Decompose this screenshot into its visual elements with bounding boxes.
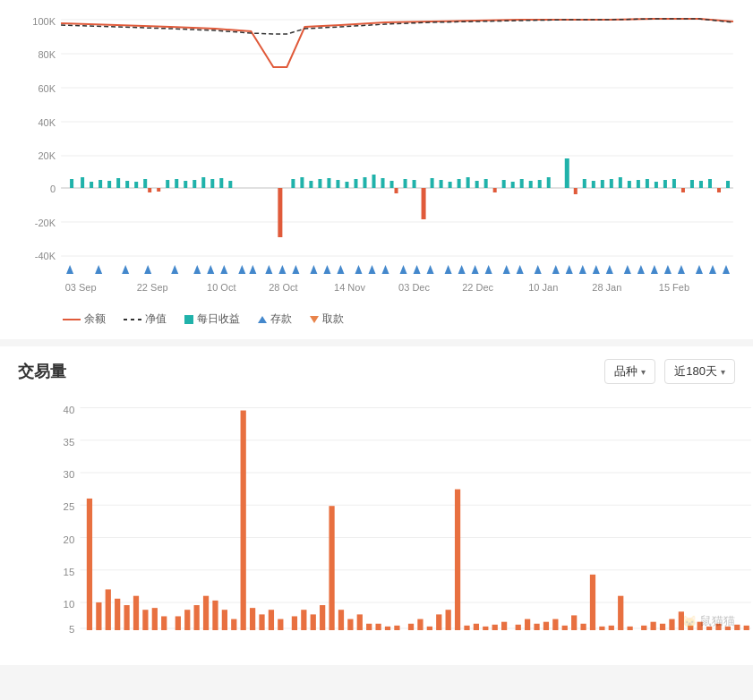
svg-marker-113 [517, 265, 524, 274]
svg-marker-86 [66, 265, 73, 274]
svg-rect-22 [116, 178, 120, 188]
svg-marker-102 [355, 265, 362, 274]
svg-rect-41 [327, 178, 330, 188]
svg-rect-188 [417, 619, 423, 630]
svg-rect-156 [106, 589, 111, 630]
svg-marker-95 [249, 265, 256, 274]
svg-rect-21 [107, 181, 111, 188]
svg-marker-87 [95, 265, 102, 274]
bottom-chart-title: 交易量 [18, 361, 66, 382]
svg-marker-111 [485, 265, 492, 274]
svg-rect-221 [734, 625, 740, 630]
svg-rect-44 [354, 179, 357, 188]
svg-marker-127 [723, 265, 730, 274]
svg-marker-103 [368, 265, 375, 274]
svg-rect-33 [210, 179, 214, 188]
legend-net-value: 净值 [124, 312, 167, 327]
svg-rect-77 [655, 182, 658, 188]
svg-rect-181 [347, 619, 353, 630]
svg-rect-43 [345, 182, 348, 188]
svg-rect-160 [142, 610, 148, 630]
svg-rect-80 [681, 188, 685, 192]
svg-rect-67 [565, 158, 569, 188]
svg-marker-88 [122, 265, 129, 274]
svg-marker-109 [458, 265, 466, 274]
svg-rect-85 [726, 181, 730, 188]
svg-marker-114 [535, 265, 542, 274]
svg-rect-173 [269, 610, 274, 630]
svg-marker-97 [278, 265, 286, 274]
svg-rect-203 [562, 626, 568, 630]
svg-rect-204 [571, 615, 577, 630]
svg-rect-171 [250, 608, 255, 630]
svg-rect-59 [484, 179, 488, 188]
svg-rect-58 [475, 181, 479, 188]
svg-rect-211 [641, 626, 646, 630]
svg-rect-202 [552, 619, 558, 630]
svg-rect-174 [278, 619, 283, 630]
svg-rect-31 [193, 180, 196, 188]
svg-rect-81 [690, 180, 694, 188]
svg-text:10 Oct: 10 Oct [207, 282, 235, 293]
svg-rect-170 [241, 411, 246, 630]
svg-rect-40 [318, 179, 321, 188]
svg-rect-185 [385, 627, 390, 630]
svg-rect-190 [436, 614, 441, 630]
legend-deposit: 存款 [258, 312, 292, 327]
svg-rect-178 [320, 605, 325, 630]
svg-rect-166 [203, 596, 209, 630]
svg-rect-192 [455, 490, 460, 630]
svg-rect-205 [580, 624, 586, 630]
svg-marker-125 [696, 265, 703, 274]
svg-rect-191 [446, 610, 451, 630]
svg-text:22 Dec: 22 Dec [462, 282, 493, 293]
svg-marker-120 [624, 265, 631, 274]
svg-marker-93 [220, 265, 227, 274]
svg-text:28 Oct: 28 Oct [269, 282, 297, 293]
svg-rect-199 [525, 619, 530, 630]
svg-marker-101 [337, 265, 344, 274]
svg-rect-193 [464, 626, 469, 630]
svg-marker-89 [144, 265, 151, 274]
period-filter-btn[interactable]: 近180天 [664, 359, 735, 384]
svg-rect-17 [70, 179, 73, 188]
svg-rect-155 [96, 602, 101, 630]
svg-marker-115 [552, 265, 560, 274]
svg-rect-53 [431, 178, 434, 188]
svg-rect-222 [744, 626, 749, 630]
svg-rect-175 [292, 616, 297, 630]
svg-rect-169 [231, 619, 236, 630]
svg-text:40K: 40K [38, 117, 56, 128]
svg-text:25: 25 [64, 501, 75, 512]
svg-rect-55 [449, 182, 452, 188]
svg-rect-74 [628, 181, 631, 188]
svg-marker-91 [193, 265, 201, 274]
svg-rect-180 [338, 610, 344, 630]
svg-rect-49 [395, 188, 398, 193]
page-container: 100K 80K 60K 40K 20K 0 -20K -40K [0, 0, 753, 700]
svg-rect-167 [212, 601, 218, 630]
svg-text:03 Dec: 03 Dec [398, 282, 430, 293]
watermark-icon: 🐱 [682, 615, 697, 628]
svg-text:60K: 60K [38, 83, 56, 94]
svg-rect-84 [717, 188, 721, 192]
svg-rect-198 [516, 625, 521, 630]
svg-marker-108 [445, 265, 452, 274]
svg-text:15: 15 [64, 567, 75, 577]
svg-text:35: 35 [64, 437, 75, 448]
svg-rect-34 [219, 178, 223, 188]
svg-marker-110 [472, 265, 479, 274]
svg-rect-60 [493, 188, 497, 192]
top-chart-area: 100K 80K 60K 40K 20K 0 -20K -40K [9, 9, 735, 304]
svg-rect-165 [194, 605, 200, 630]
svg-text:22 Sep: 22 Sep [137, 282, 168, 293]
svg-rect-23 [125, 181, 129, 188]
svg-rect-51 [413, 180, 416, 188]
category-filter-btn[interactable]: 品种 [604, 359, 655, 384]
svg-rect-213 [660, 624, 665, 630]
bottom-chart-area: 40 35 30 25 20 15 10 5 [0, 397, 753, 656]
svg-rect-208 [609, 626, 614, 630]
svg-rect-68 [574, 188, 578, 194]
svg-rect-78 [663, 180, 667, 188]
svg-marker-107 [427, 265, 434, 274]
